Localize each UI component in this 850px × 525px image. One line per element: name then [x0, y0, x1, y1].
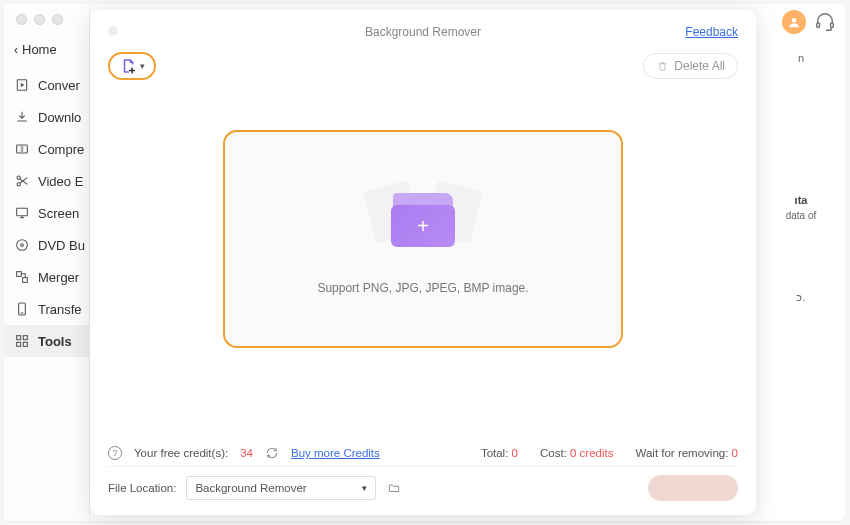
transfer-icon — [14, 301, 30, 317]
delete-all-label: Delete All — [674, 59, 725, 73]
disc-icon — [14, 237, 30, 253]
file-location-value: Background Remover — [195, 482, 306, 494]
chevron-left-icon: ‹ — [14, 43, 18, 57]
bg-text: ɔ. — [768, 291, 834, 304]
cost-value: 0 credits — [570, 447, 613, 459]
modal-title: Background Remover — [108, 25, 738, 39]
home-label: Home — [22, 42, 57, 57]
dropzone-illustration: + — [363, 183, 483, 261]
plus-icon: + — [417, 216, 429, 236]
chevron-down-icon: ▾ — [362, 483, 367, 493]
trash-icon — [656, 60, 669, 73]
svg-rect-12 — [23, 278, 28, 283]
file-location-label: File Location: — [108, 482, 176, 494]
svg-rect-17 — [23, 342, 27, 346]
feedback-link[interactable]: Feedback — [685, 25, 738, 39]
support-icon[interactable] — [814, 11, 836, 33]
total-label: Total: — [481, 447, 509, 459]
add-file-icon — [120, 57, 138, 75]
traffic-close[interactable] — [16, 14, 27, 25]
sidebar-item-convert[interactable]: Conver — [4, 69, 89, 101]
open-folder-icon[interactable] — [386, 481, 402, 495]
grid-icon — [14, 333, 30, 349]
sidebar-item-transfer[interactable]: Transfe — [4, 293, 89, 325]
compress-icon — [14, 141, 30, 157]
credits-row: ? Your free credit(s): 34 Buy more Credi… — [108, 440, 738, 466]
credits-label: Your free credit(s): — [134, 447, 228, 459]
cost-label: Cost: — [540, 447, 567, 459]
bg-text: n — [768, 52, 834, 64]
nav-label: Downlo — [38, 110, 81, 125]
wait-label: Wait for removing: — [636, 447, 729, 459]
svg-rect-15 — [23, 336, 27, 340]
nav-label: DVD Bu — [38, 238, 85, 253]
screen-icon — [14, 205, 30, 221]
svg-point-7 — [17, 183, 20, 186]
merge-icon — [14, 269, 30, 285]
background-remover-modal: Background Remover Feedback ▾ Delete All… — [90, 10, 756, 515]
svg-point-0 — [792, 18, 797, 23]
folder-icon: + — [391, 205, 455, 247]
file-location-row: File Location: Background Remover ▾ — [108, 466, 738, 501]
nav-label: Tools — [38, 334, 72, 349]
svg-rect-8 — [17, 208, 28, 215]
background-panel: n ıta data of ɔ. — [760, 10, 842, 517]
delete-all-button[interactable]: Delete All — [643, 53, 738, 79]
svg-rect-16 — [17, 342, 21, 346]
svg-point-10 — [21, 244, 24, 247]
bg-text: data of — [768, 210, 834, 221]
primary-action-button[interactable] — [648, 475, 738, 501]
sidebar-item-compress[interactable]: Compre — [4, 133, 89, 165]
home-link[interactable]: ‹ Home — [4, 36, 89, 69]
sidebar-item-screen[interactable]: Screen — [4, 197, 89, 229]
refresh-icon[interactable] — [265, 446, 279, 460]
user-avatar[interactable] — [782, 10, 806, 34]
svg-rect-1 — [817, 23, 820, 28]
traffic-max[interactable] — [52, 14, 63, 25]
nav-label: Conver — [38, 78, 80, 93]
sidebar-item-merger[interactable]: Merger — [4, 261, 89, 293]
svg-point-6 — [17, 176, 20, 179]
total-value: 0 — [512, 447, 518, 459]
scissors-icon — [14, 173, 30, 189]
svg-rect-2 — [831, 23, 834, 28]
svg-rect-11 — [17, 272, 22, 277]
download-icon — [14, 109, 30, 125]
help-icon[interactable]: ? — [108, 446, 122, 460]
file-location-select[interactable]: Background Remover ▾ — [186, 476, 376, 500]
dropzone-text: Support PNG, JPG, JPEG, BMP image. — [317, 281, 528, 295]
bg-text: ıta — [768, 194, 834, 206]
convert-icon — [14, 77, 30, 93]
nav-label: Video E — [38, 174, 83, 189]
svg-marker-4 — [21, 84, 23, 87]
nav-label: Merger — [38, 270, 79, 285]
wait-value: 0 — [732, 447, 738, 459]
dropzone[interactable]: + Support PNG, JPG, JPEG, BMP image. — [223, 130, 623, 348]
nav-label: Screen — [38, 206, 79, 221]
sidebar: ‹ Home Conver Downlo Compre Video E Scre… — [4, 4, 90, 521]
svg-point-9 — [17, 240, 28, 251]
sidebar-item-download[interactable]: Downlo — [4, 101, 89, 133]
add-file-button[interactable]: ▾ — [108, 52, 156, 80]
sidebar-item-tools[interactable]: Tools — [4, 325, 89, 357]
credits-value: 34 — [240, 447, 253, 459]
svg-rect-14 — [17, 336, 21, 340]
buy-credits-link[interactable]: Buy more Credits — [291, 447, 380, 459]
traffic-min[interactable] — [34, 14, 45, 25]
chevron-down-icon: ▾ — [140, 61, 145, 71]
nav-label: Compre — [38, 142, 84, 157]
sidebar-item-video-edit[interactable]: Video E — [4, 165, 89, 197]
window-traffic-lights[interactable] — [16, 14, 63, 25]
nav-label: Transfe — [38, 302, 82, 317]
sidebar-item-dvd[interactable]: DVD Bu — [4, 229, 89, 261]
